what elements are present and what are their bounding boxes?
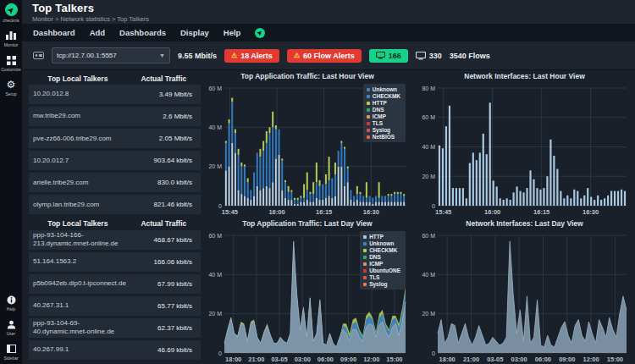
table-row[interactable]: ppp-93-104-69-40.dynamic.mnet-online.de6…	[29, 318, 201, 338]
legend-label: Syslog	[369, 281, 387, 287]
sidebar-item-brand[interactable]: ➤ checkmk	[0, 3, 22, 23]
svg-text:18:00: 18:00	[439, 356, 456, 363]
table-row[interactable]: p5b0942eb.dip0.t-ipconnect.de67.99 kbit/…	[29, 274, 201, 294]
menu-bar: Dashboard Add Dashboards Display Help ➤	[22, 24, 635, 41]
sidebar-item-monitor[interactable]: Monitor	[0, 30, 22, 47]
gear-icon: ⚙	[6, 80, 17, 90]
legend-label: Unknown	[373, 86, 397, 92]
sidebar-item-user[interactable]: User	[0, 319, 22, 336]
sidebar-item-help[interactable]: Help	[0, 295, 22, 312]
brand-label: checkmk	[3, 18, 19, 23]
talkers-tables: Top Local TalkersActual Traffic10.20.012…	[22, 69, 201, 364]
legend-label: HTTP	[373, 100, 387, 106]
info-icon	[6, 295, 17, 305]
traffic-value: 830.0 kbit/s	[127, 179, 201, 186]
legend-item: NetBIOS	[367, 134, 400, 140]
host-name[interactable]: ppp-93-104-69-40.dynamic.mnet-online.de	[29, 319, 127, 337]
menu-item-dashboard[interactable]: Dashboard	[33, 28, 75, 37]
traffic-value: 468.67 kbit/s	[127, 236, 201, 244]
app-traffic-day-panel: Top Application Traffic: Last Day View 0…	[201, 217, 414, 364]
legend-color-dot	[363, 276, 367, 279]
checkmk-logo-icon: ➤	[5, 3, 18, 16]
traffic-value: 65.77 kbit/s	[127, 302, 201, 310]
table-row[interactable]: arielle.tribe29.com830.0 kbit/s	[29, 173, 201, 192]
source-select-value: tcp://12.7.00.1:5557	[57, 52, 117, 59]
bar-chart-icon	[6, 30, 17, 41]
svg-text:18:00: 18:00	[225, 356, 241, 363]
checkmk-menu-icon[interactable]: ➤	[255, 28, 265, 38]
source-select[interactable]: tcp://12.7.00.1:5557 ▼	[52, 47, 170, 63]
table-row[interactable]: 10.20.012.7903.64 kbit/s	[29, 151, 201, 170]
legend-item: Syslog	[367, 127, 400, 133]
legend-item: CHECKMK	[363, 247, 400, 253]
table-row[interactable]: 51.164.1563.2166.06 kbit/s	[29, 252, 201, 272]
host-name[interactable]: 40.267.31.1	[29, 301, 127, 310]
bandwidth-value: 9.55 Mbit/s	[178, 52, 217, 60]
host-name[interactable]: mw.tribe29.com	[29, 112, 127, 120]
table-row[interactable]: pve-zz66-006.tribe29.com2.05 Mbit/s	[29, 129, 201, 148]
host-name[interactable]: 40.267.99.1	[29, 345, 127, 354]
status-toolbar: tcp://12.7.00.1:5557 ▼ 9.55 Mbit/s ⚠ 18 …	[22, 41, 635, 70]
legend-item: Syslog	[363, 281, 400, 287]
alerts-badge[interactable]: ⚠ 18 Alerts	[224, 49, 279, 63]
title-bar: Top Talkers Monitor > Network statistics…	[22, 0, 635, 24]
svg-text:15:00: 15:00	[607, 356, 623, 363]
legend-color-dot	[367, 108, 370, 112]
chart-title: Top Application Traffic: Last Hour View	[201, 72, 414, 83]
menu-item-add[interactable]: Add	[90, 28, 105, 37]
host-name[interactable]: 10.20.012.7	[29, 157, 127, 165]
legend-item: DNS	[363, 254, 400, 260]
host-name[interactable]: olymp.lan.tribe29.com	[29, 201, 127, 209]
svg-text:16:30: 16:30	[363, 208, 379, 216]
host-name[interactable]: 51.164.1563.2	[29, 257, 127, 266]
host-name[interactable]: arielle.tribe29.com	[29, 179, 127, 187]
flow-alerts-badge[interactable]: ⚠ 60 Flow Alerts	[287, 49, 362, 63]
legend-label: ICMP	[369, 261, 383, 267]
svg-text:03-05: 03-05	[487, 356, 503, 363]
table-row[interactable]: 10.20.012.83.49 Mbit/s	[29, 85, 201, 104]
legend-label: ICMP	[373, 113, 386, 119]
svg-text:16:30: 16:30	[583, 208, 599, 216]
monitor-icon	[416, 52, 426, 60]
table-row[interactable]: 40.267.99.146.69 kbit/s	[29, 340, 201, 360]
table-header: Top Local TalkersActual Traffic	[29, 72, 201, 85]
legend-color-dot	[367, 122, 370, 125]
host-name[interactable]: 10.20.012.8	[29, 90, 127, 98]
table-row[interactable]: ppp-93-104-166-213.dynamic.mnet-online.d…	[29, 230, 201, 250]
svg-text:16:00: 16:00	[484, 208, 500, 216]
host-name[interactable]: pve-zz66-006.tribe29.com	[29, 135, 127, 143]
sidebar-icon	[6, 344, 17, 354]
svg-text:15:00: 15:00	[386, 356, 402, 363]
top-local-talkers-table-day: Top Local TalkersActual Trafficppp-93-10…	[29, 218, 201, 363]
table-row[interactable]: olymp.lan.tribe29.com821.46 kbit/s	[29, 195, 201, 214]
host-name[interactable]: p5b0942eb.dip0.t-ipconnect.de	[29, 279, 127, 288]
legend-label: Unknown	[369, 240, 394, 246]
table-row[interactable]: 40.267.31.165.77 kbit/s	[29, 296, 201, 316]
breadcrumb[interactable]: Monitor > Network statistics > Top Talke…	[32, 15, 635, 23]
host-name[interactable]: ppp-93-104-166-213.dynamic.mnet-online.d…	[29, 231, 127, 249]
sidebar-item-customize[interactable]: Customize	[0, 55, 22, 72]
legend-item: ICMP	[363, 261, 400, 267]
column-header: Top Local Talkers	[29, 219, 127, 228]
menu-item-display[interactable]: Display	[180, 28, 209, 37]
svg-text:03-05: 03-05	[271, 356, 287, 363]
svg-text:40 M: 40 M	[422, 144, 435, 150]
column-header: Actual Traffic	[127, 219, 201, 228]
svg-text:16:00: 16:00	[268, 208, 284, 216]
sidebar-item-sidebar-toggle[interactable]: Sidebar	[0, 344, 22, 361]
menu-item-dashboards[interactable]: Dashboards	[119, 28, 166, 37]
menu-item-help[interactable]: Help	[224, 28, 241, 37]
legend-color-dot	[363, 269, 367, 273]
sidebar-item-setup[interactable]: ⚙ Setup	[0, 80, 22, 97]
app-traffic-hour-panel: Top Application Traffic: Last Hour View …	[201, 69, 414, 217]
app-sidebar: ➤ checkmk Monitor Customize ⚙ Setup Help…	[0, 0, 22, 364]
dashboard-content: Top Local TalkersActual Traffic10.20.012…	[22, 69, 635, 364]
traffic-value: 821.46 kbit/s	[127, 201, 201, 208]
network-interfaces-day-panel: Network Interfaces: Last Day View 020 M4…	[414, 217, 635, 364]
legend-color-dot	[367, 102, 370, 105]
flows-count: 3540 Flows	[450, 52, 490, 60]
legend-label: DNS	[369, 254, 381, 260]
chart-title: Network Interfaces: Last Day View	[414, 219, 635, 230]
legend-color-dot	[363, 235, 367, 239]
table-row[interactable]: mw.tribe29.com2.6 Mbit/s	[29, 107, 201, 126]
